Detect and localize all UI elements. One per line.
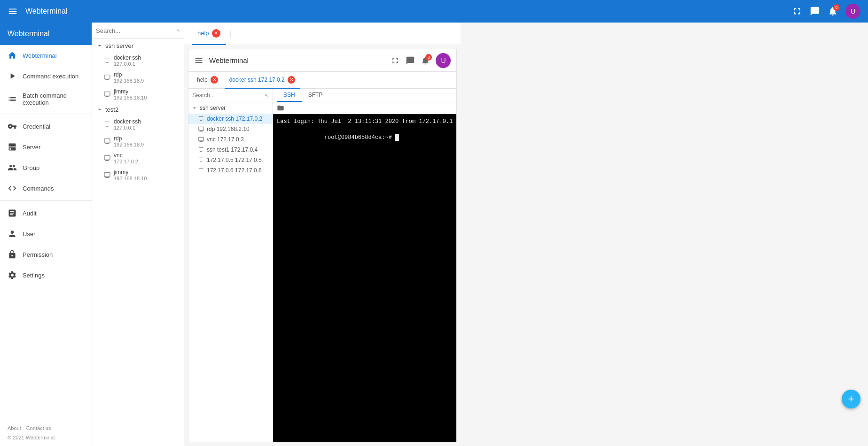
desktop-icon-2 <box>103 91 111 98</box>
tree-group-test2[interactable]: test2 <box>92 103 184 116</box>
inner-header-left: Webterminal <box>194 56 249 65</box>
desktop-icon-3 <box>103 138 111 145</box>
code-icon <box>8 184 17 193</box>
inner-right: SSH SFTP Last login: Thu Jul 2 13:11:31 … <box>273 89 456 442</box>
sidebar-item-commands[interactable]: Commands <box>0 178 92 199</box>
folder-icon[interactable] <box>277 104 284 112</box>
inner-tab-bar: help ✕ docker ssh 172.17.0.2 ✕ <box>188 72 456 89</box>
tree-item-test2-vnc[interactable]: vnc 172.17.0.2 <box>92 150 184 167</box>
sidebar-item-server[interactable]: Server <box>0 137 92 157</box>
sidebar-item-group[interactable]: Group <box>0 157 92 178</box>
inner-tree-item-ssh-test1[interactable]: ssh test1 172.17.0.4 <box>188 145 273 155</box>
outer-tab-help[interactable]: help ✕ <box>192 23 226 45</box>
fullscreen-icon-btn[interactable] <box>792 6 802 16</box>
notification-badge: 0 <box>833 4 840 11</box>
inner-tree-item-17205[interactable]: 172.17.0.5 172.17.0.5 <box>188 155 273 165</box>
inner-search-icon[interactable] <box>265 92 269 99</box>
tree-search-input[interactable] <box>96 27 175 34</box>
inner-search-input[interactable] <box>192 92 263 99</box>
inner-tree-item-17206[interactable]: 172.17.0.6 172.17.0.6 <box>188 165 273 176</box>
inner-tab-docker-close[interactable]: ✕ <box>288 76 295 84</box>
inner-17206-icon <box>198 167 204 174</box>
tree-group-ssh-server[interactable]: ssh server <box>92 39 184 52</box>
inner-notification-btn[interactable]: 3 <box>421 56 430 65</box>
desktop-icon-4 <box>103 171 111 179</box>
tree-content: ssh server docker ssh 127.0.0.1 rdp 192.… <box>92 39 184 446</box>
inner-ssh-test1-icon <box>198 146 204 153</box>
app-title: Webterminal <box>25 7 784 15</box>
inner-expand-icon <box>191 105 198 111</box>
sftp-tab[interactable]: SFTP <box>302 89 329 102</box>
inner-tree-item-docker[interactable]: docker ssh 172.17.0.2 <box>188 114 273 124</box>
audit-icon <box>8 208 17 218</box>
terminal-line-1: Last login: Thu Jul 2 13:11:31 2020 from… <box>277 118 453 126</box>
about-link[interactable]: About <box>8 425 21 431</box>
outer-tab-help-close[interactable]: ✕ <box>212 29 220 38</box>
menu-icon <box>8 6 18 16</box>
sidebar-footer: About Contact us © 2021 Webterminal <box>0 420 92 446</box>
avatar[interactable]: U <box>845 4 860 19</box>
server-tree-panel: ssh server docker ssh 127.0.0.1 rdp 192.… <box>92 23 184 446</box>
inner-17205-icon <box>198 157 204 163</box>
inner-server-tree: ssh server docker ssh 172.17.0.2 rdp 192… <box>188 89 273 442</box>
sidebar: Webterminal Webterminal Command executio… <box>0 23 92 446</box>
home-icon <box>8 51 17 60</box>
terminal-icon-2 <box>103 121 111 128</box>
sidebar-item-credential[interactable]: Credential <box>0 116 92 137</box>
inner-group-ssh-server[interactable]: ssh server <box>188 102 273 114</box>
inner-tree-item-vnc[interactable]: vnc 172.17.0.3 <box>188 134 273 145</box>
tree-item-test2-rdp[interactable]: rdp 192.168.18.9 <box>92 133 184 150</box>
notification-icon-btn[interactable]: 0 <box>828 6 838 16</box>
inner-terminal-icon <box>198 115 204 122</box>
tree-item-test2-docker[interactable]: docker ssh 127.0.0.1 <box>92 116 184 133</box>
vnc-icon <box>103 154 111 162</box>
sidebar-item-webterminal[interactable]: Webterminal <box>0 45 92 66</box>
sidebar-item-user[interactable]: User <box>0 223 92 244</box>
inner-tree-item-rdp[interactable]: rdp 192.168.2.10 <box>188 124 273 134</box>
inner-tree-content: ssh server docker ssh 172.17.0.2 rdp 192… <box>188 102 273 442</box>
user-icon <box>8 229 17 238</box>
sidebar-item-audit[interactable]: Audit <box>0 203 92 223</box>
terminal-line-2: root@0984b658d4ca:~# <box>277 126 453 149</box>
settings-icon <box>8 270 17 280</box>
sidebar-item-settings[interactable]: Settings <box>0 265 92 285</box>
inner-menu-icon[interactable] <box>194 56 203 65</box>
inner-rdp-icon <box>198 126 204 132</box>
cursor-indicator: | <box>226 30 235 38</box>
inner-tab-help[interactable]: help ✕ <box>192 72 223 89</box>
tree-item-test2-jimmy[interactable]: jimmy 192.168.18.10 <box>92 167 184 184</box>
sidebar-item-permission[interactable]: Permission <box>0 244 92 265</box>
ssh-tab[interactable]: SSH <box>277 89 302 102</box>
inner-fullscreen-icon[interactable] <box>391 56 400 65</box>
contact-link[interactable]: Contact us <box>26 425 51 431</box>
menu-icon-btn[interactable] <box>8 6 18 16</box>
sidebar-item-command-execution[interactable]: Command execution <box>0 66 92 86</box>
inner-tab-docker-ssh[interactable]: docker ssh 172.17.0.2 ✕ <box>225 72 300 89</box>
inner-body: ssh server docker ssh 172.17.0.2 rdp 192… <box>188 89 456 442</box>
inner-vnc-icon <box>198 136 204 143</box>
terminal-icon <box>103 57 111 64</box>
inner-header-title: Webterminal <box>209 56 249 64</box>
inner-avatar[interactable]: U <box>436 53 451 68</box>
terminal-cursor <box>395 134 399 141</box>
tree-item-docker-ssh[interactable]: docker ssh 127.0.0.1 <box>92 52 184 69</box>
top-app-bar: Webterminal 0 U <box>0 0 868 23</box>
tree-item-jimmy[interactable]: jimmy 192.168.18.10 <box>92 86 184 103</box>
sidebar-brand[interactable]: Webterminal <box>0 23 92 45</box>
tree-search-icon[interactable] <box>177 26 180 35</box>
chat-icon-btn[interactable] <box>810 6 820 16</box>
ssh-sftp-tabs: SSH SFTP <box>273 89 456 102</box>
sidebar-item-batch-command[interactable]: Batch command execution <box>0 86 92 112</box>
play-icon <box>8 71 17 81</box>
inner-chat-icon[interactable] <box>406 56 415 65</box>
fullscreen-icon <box>792 6 802 16</box>
inner-tab-help-close[interactable]: ✕ <box>211 76 218 84</box>
tree-item-rdp[interactable]: rdp 192.168.18.9 <box>92 69 184 86</box>
outer-tab-bar: help ✕ | <box>184 23 461 45</box>
inner-header: Webterminal 3 U <box>188 49 456 72</box>
main-area: help ✕ | Webterminal 3 <box>184 23 461 446</box>
lock-icon <box>8 250 17 259</box>
copyright: © 2021 Webterminal <box>8 435 84 440</box>
key-icon <box>8 122 17 131</box>
terminal-area[interactable]: Last login: Thu Jul 2 13:11:31 2020 from… <box>273 114 456 442</box>
